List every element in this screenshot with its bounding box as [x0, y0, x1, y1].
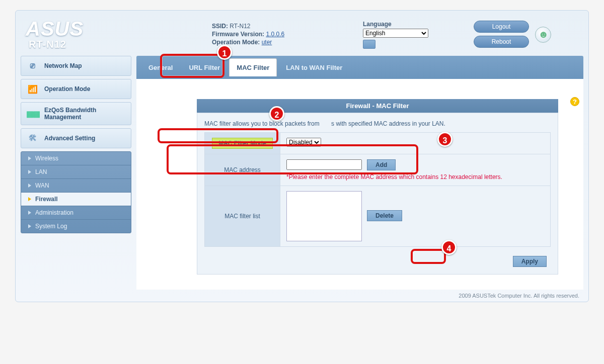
sidebar-sub-firewall[interactable]: Firewall [21, 193, 131, 206]
annotation-badge-2: 2 [269, 106, 284, 121]
sidebar-item-operation-mode[interactable]: 📶 Operation Mode [21, 79, 131, 99]
mac-filter-listbox[interactable] [286, 191, 362, 241]
language-block: Language English [363, 19, 474, 49]
apply-button[interactable]: Apply [513, 256, 547, 267]
mac-address-input[interactable] [286, 159, 362, 170]
network-icon: ⎚ [26, 60, 39, 71]
triangle-icon [28, 184, 31, 188]
main: General URL Filter MAC Filter LAN to WAN… [136, 56, 583, 290]
annotation-badge-1: 1 [217, 45, 232, 60]
sidebar-item-label: WAN [35, 182, 49, 189]
logout-button[interactable]: Logout [474, 21, 529, 33]
sidebar-item-ezqos[interactable]: ▦▦ EzQoS Bandwidth Management [21, 102, 131, 125]
tab-url-filter[interactable]: URL Filter [182, 59, 227, 76]
firmware-link[interactable]: 1.0.0.6 [266, 31, 284, 38]
help-icon[interactable]: ? [570, 97, 579, 106]
sidebar-sublist: Wireless LAN WAN Firewall Administration… [21, 151, 131, 233]
sidebar-item-label: LAN [35, 168, 47, 175]
panel-title: Firewall - MAC Filter [197, 99, 558, 113]
annotation-badge-4: 4 [441, 240, 457, 255]
sidebar-item-label: Administration [35, 209, 73, 216]
sidebar-item-label: Network Map [44, 62, 82, 69]
gear-icon: 🛠 [26, 133, 39, 144]
device-info: SSID: RT-N12 Firmware Version: 1.0.0.6 O… [212, 19, 363, 47]
router-icon: 📶 [26, 83, 39, 95]
settings-table: MAC Filter Mode Disabled MAC address [204, 132, 551, 247]
sidebar-sub-administration[interactable]: Administration [21, 206, 131, 220]
panel-body: MAC filter allows you to block packets f… [197, 113, 558, 275]
triangle-icon [28, 156, 31, 160]
reboot-button[interactable]: Reboot [474, 36, 529, 48]
tab-bar: General URL Filter MAC Filter LAN to WAN… [136, 56, 583, 79]
model-text: RT-N12 [29, 39, 212, 50]
sidebar-sub-lan[interactable]: LAN [21, 165, 131, 179]
opmode-label: Operation Mode: [212, 39, 260, 46]
sidebar-item-label: EzQoS Bandwidth Management [44, 107, 126, 121]
sidebar-item-label: Operation Mode [44, 85, 90, 93]
language-select[interactable]: English [363, 29, 428, 38]
sidebar-sub-system-log[interactable]: System Log [21, 220, 131, 233]
copyright-text: 2009 ASUSTek Computer Inc. All rights re… [21, 290, 583, 301]
language-label: Language [363, 21, 474, 28]
add-button[interactable]: Add [367, 159, 396, 170]
sidebar-item-label: Wireless [35, 155, 58, 162]
action-button-small[interactable] [363, 40, 375, 49]
footer-buttons: Apply [204, 247, 551, 269]
logo-block: ASUS RT-N12 [26, 19, 212, 50]
annotation-badge-3: 3 [437, 132, 452, 147]
tab-general[interactable]: General [141, 59, 180, 76]
mac-filter-mode-label: MAC Filter Mode [212, 138, 273, 149]
tab-lan-to-wan-filter[interactable]: LAN to WAN Filter [279, 59, 349, 76]
sidebar: ⎚ Network Map 📶 Operation Mode ▦▦ EzQoS … [21, 56, 131, 290]
body-row: ⎚ Network Map 📶 Operation Mode ▦▦ EzQoS … [21, 56, 583, 290]
mac-filter-mode-select[interactable]: Disabled [286, 138, 321, 147]
triangle-icon [28, 170, 31, 174]
sidebar-sub-wireless[interactable]: Wireless [21, 152, 131, 165]
page-header: ASUS RT-N12 SSID: RT-N12 Firmware Versio… [21, 16, 583, 56]
triangle-icon [28, 197, 31, 201]
panel-description: MAC filter allows you to block packets f… [204, 120, 551, 127]
ssid-value: RT-N12 [230, 23, 250, 30]
sidebar-sub-wan[interactable]: WAN [21, 179, 131, 193]
tab-mac-filter[interactable]: MAC Filter [229, 58, 277, 76]
router-admin-page: ASUS RT-N12 SSID: RT-N12 Firmware Versio… [15, 10, 589, 302]
content-wrap: ? Firewall - MAC Filter MAC filter allow… [136, 79, 583, 290]
mac-filter-list-label: MAC filter list [205, 186, 280, 247]
triangle-icon [28, 224, 31, 228]
sidebar-item-advanced[interactable]: 🛠 Advanced Setting [21, 128, 131, 148]
brand-logo: ASUS RT-N12 [26, 19, 212, 50]
header-buttons: Logout Reboot [474, 19, 529, 51]
delete-button[interactable]: Delete [367, 210, 402, 221]
triangle-icon [28, 211, 31, 215]
sidebar-item-label: Firewall [35, 196, 58, 203]
mac-address-warning: *Please enter the complete MAC address w… [286, 173, 544, 180]
firmware-label: Firmware Version: [212, 31, 264, 38]
sidebar-item-label: Advanced Setting [44, 135, 95, 142]
ssid-label: SSID: [212, 23, 228, 30]
avatar-icon [535, 27, 551, 43]
bandwidth-icon: ▦▦ [26, 108, 39, 119]
brand-text: ASUS [26, 19, 212, 39]
sidebar-item-network-map[interactable]: ⎚ Network Map [21, 56, 131, 76]
sidebar-item-label: System Log [35, 223, 67, 230]
opmode-link[interactable]: uter [262, 39, 272, 46]
mac-address-label: MAC address [205, 154, 280, 186]
